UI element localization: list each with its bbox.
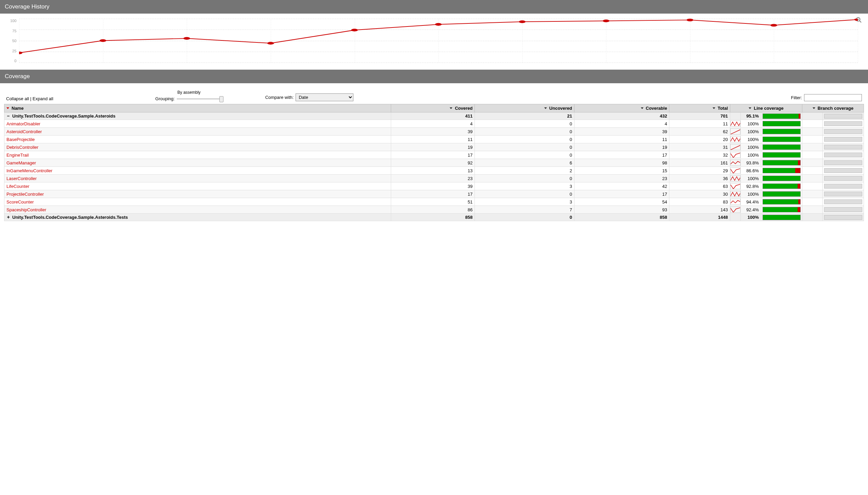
sparkline-icon[interactable] [730,207,740,213]
assembly-name: Unity.TestTools.CodeCoverage.Sample.Aste… [12,215,128,220]
expand-icon[interactable]: + [6,216,10,220]
cell-name: AnimatorDisabler [4,120,391,128]
expand-collapse-links: Collapse all | Expand all [6,96,53,101]
cell-total: 63 [669,183,730,190]
class-link[interactable]: LifeCounter [6,184,29,189]
cell-coverable: 54 [574,198,669,206]
cell-covered: 51 [391,198,475,206]
coverage-bar [763,129,801,134]
class-link[interactable]: BaseProjectile [6,137,35,142]
sort-icon [813,107,815,109]
table-row: AsteroidController3903962100% [4,128,864,136]
col-branch-coverage[interactable]: Branch coverage [802,104,864,113]
class-link[interactable]: GameManager [6,160,36,166]
sparkline-icon[interactable] [730,129,740,135]
col-name[interactable]: Name [4,104,391,113]
branch-bar [824,137,862,142]
col-line-coverage[interactable]: Line coverage [730,104,802,113]
cell-line-pct: 100% [741,151,761,159]
cell-coverable: 42 [574,183,669,190]
cell-branch-pct [802,175,823,183]
class-link[interactable]: LaserController [6,176,37,181]
col-covered[interactable]: Covered [391,104,475,113]
cell-total: 20 [669,136,730,143]
cell-sparkline [730,151,741,159]
cell-line-pct: 95.1% [741,113,761,120]
history-chart[interactable] [19,19,858,63]
cell-total: 701 [669,113,730,120]
compare-label: Compare with: [265,95,294,100]
branch-bar [824,160,862,165]
cell-coverable: 19 [574,143,669,151]
col-total[interactable]: Total [669,104,730,113]
sparkline-icon[interactable] [730,191,740,197]
class-link[interactable]: AnimatorDisabler [6,121,40,126]
y-tick: 50 [12,39,16,43]
sparkline-icon[interactable] [730,144,740,150]
cell-name: EngineTrail [4,151,391,159]
table-row: LifeCounter393426392.8% [4,183,864,190]
collapse-icon[interactable]: – [6,115,10,118]
cell-line-pct: 100% [741,128,761,136]
cell-uncovered: 0 [475,151,574,159]
cell-branch-pct [802,120,823,128]
slider-handle-icon[interactable] [219,96,224,102]
cell-line-bar [761,136,802,143]
cell-line-pct: 100% [741,120,761,128]
collapse-all-link[interactable]: Collapse all [6,96,29,101]
compare-select[interactable]: Date [296,93,354,101]
cell-uncovered: 0 [475,128,574,136]
cell-total: 161 [669,159,730,167]
sparkline-icon[interactable] [730,168,740,174]
cell-uncovered: 21 [475,113,574,120]
branch-bar [824,153,862,157]
cell-branch-bar [823,128,864,136]
sparkline-icon[interactable] [730,152,740,158]
expand-all-link[interactable]: Expand all [33,96,53,101]
cell-coverable: 858 [574,214,669,221]
svg-point-5 [100,39,107,42]
cell-name: SpaceshipController [4,206,391,214]
class-link[interactable]: AsteroidController [6,129,42,134]
cell-covered: 86 [391,206,475,214]
class-link[interactable]: ProjectileController [6,192,44,197]
coverage-bar [763,114,801,119]
svg-point-4 [19,52,22,54]
cell-branch-bar [823,159,864,167]
cell-line-bar [761,120,802,128]
table-row: BaseProjectile1101120100% [4,136,864,143]
cell-line-pct: 93.8% [741,159,761,167]
class-link[interactable]: InGameMenuController [6,168,52,173]
svg-point-11 [603,19,609,22]
class-link[interactable]: SpaceshipController [6,207,46,212]
col-coverable[interactable]: Coverable [574,104,669,113]
sparkline-icon[interactable] [730,121,740,127]
grouping-slider[interactable] [177,98,221,100]
cell-line-bar [761,151,802,159]
sparkline-icon[interactable] [730,136,740,142]
class-link[interactable]: ScoreCounter [6,200,34,205]
branch-bar [824,184,862,189]
table-row: AnimatorDisabler40411100% [4,120,864,128]
cell-line-bar [761,128,802,136]
col-uncovered[interactable]: Uncovered [475,104,574,113]
sparkline-icon[interactable] [730,160,740,166]
table-header-row: Name Covered Uncovered Coverable Total L… [4,104,864,113]
filter-input[interactable] [804,94,862,101]
cell-line-bar [761,159,802,167]
class-link[interactable]: EngineTrail [6,153,29,158]
branch-bar [824,129,862,134]
svg-line-1 [859,21,861,22]
branch-bar [824,145,862,150]
cell-branch-pct [802,136,823,143]
cell-covered: 411 [391,113,475,120]
cell-branch-bar [823,136,864,143]
class-link[interactable]: DebrisController [6,145,38,150]
sparkline-icon[interactable] [730,175,740,182]
cell-branch-bar [823,198,864,206]
cell-coverable: 93 [574,206,669,214]
sparkline-icon[interactable] [730,199,740,205]
sort-icon [749,107,751,109]
cell-branch-pct [802,128,823,136]
sparkline-icon[interactable] [730,183,740,189]
